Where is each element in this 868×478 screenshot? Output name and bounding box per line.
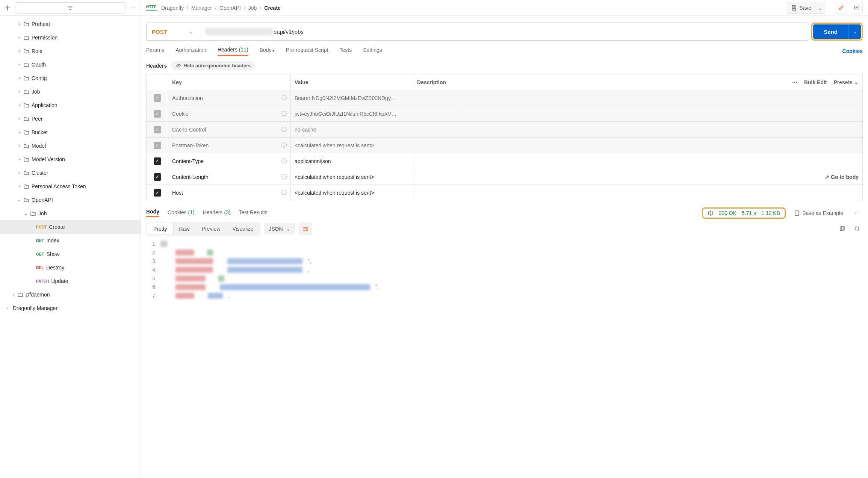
info-icon[interactable]: ⓘ xyxy=(281,174,287,180)
tree-request[interactable]: DELDestroy xyxy=(0,261,141,274)
wrap-lines-button[interactable] xyxy=(299,222,312,235)
comment-button[interactable] xyxy=(851,2,863,14)
save-icon xyxy=(791,5,797,11)
header-row[interactable]: ✓ Content-Lengthⓘ <calculated when reque… xyxy=(147,169,862,185)
chip-visualize[interactable]: Visualize xyxy=(226,223,259,234)
save-button[interactable]: Save xyxy=(787,2,815,14)
tab-body[interactable]: Body● xyxy=(260,47,275,55)
tab-headers[interactable]: Headers (11) xyxy=(218,47,248,56)
resp-tab-cookies[interactable]: Cookies (1) xyxy=(168,209,195,217)
tab-tests[interactable]: Tests xyxy=(339,47,352,55)
edit-button[interactable] xyxy=(835,2,847,14)
header-row[interactable]: ✓ Hostⓘ <calculated when request is sent… xyxy=(147,185,862,201)
presets-button[interactable]: Presets ⌄ xyxy=(834,79,859,85)
breadcrumb-item[interactable]: Job xyxy=(248,5,257,11)
tree-folder[interactable]: ›Permission xyxy=(0,31,141,44)
main-panel: HTTP Dragonfly/ Manager/ OpenAPI/ Job/ C… xyxy=(141,0,868,478)
resp-tab-test-results[interactable]: Test Results xyxy=(239,209,268,217)
method-select[interactable]: POST ⌄ xyxy=(147,23,199,40)
url-suffix: oapi/v1/jobs xyxy=(274,29,304,35)
response-more-button[interactable]: ⋯ xyxy=(851,207,863,219)
info-icon[interactable]: ⓘ xyxy=(281,126,287,133)
header-row[interactable]: ✓ Cache-Controlⓘ no-cache xyxy=(147,122,862,138)
tree-folder[interactable]: ›Peer xyxy=(0,112,141,126)
info-icon[interactable]: ⓘ xyxy=(281,189,287,196)
tree-label: Dfdaemon xyxy=(26,292,50,298)
svg-rect-0 xyxy=(854,6,859,9)
redacted-url-prefix xyxy=(205,28,273,35)
tree-folder[interactable]: ›Dfdaemon xyxy=(0,288,141,301)
response-body[interactable]: 1 2 3", 4, 5 6", 7, xyxy=(141,237,868,305)
tree-label: Personal Access Token xyxy=(32,183,86,189)
info-icon[interactable]: ⓘ xyxy=(281,95,287,101)
tree-folder-openapi[interactable]: ⌄OpenAPI xyxy=(0,193,141,207)
tree-folder[interactable]: ›Cluster xyxy=(0,166,141,180)
headers-bar: Headers Hide auto-generated headers xyxy=(141,59,868,74)
header-row[interactable]: ✓ Postman-Tokenⓘ <calculated when reques… xyxy=(147,138,862,153)
tab-settings[interactable]: Settings xyxy=(363,47,382,55)
tree-folder[interactable]: ›Oauth xyxy=(0,58,141,71)
breadcrumb-item[interactable]: Dragonfly xyxy=(161,5,184,11)
top-actions: Save ⌄ xyxy=(787,2,863,14)
tree-request[interactable]: GETIndex xyxy=(0,234,141,247)
tree-folder[interactable]: ›Bucket xyxy=(0,126,141,139)
chip-preview[interactable]: Preview xyxy=(196,223,227,234)
tree-folder[interactable]: ›Application xyxy=(0,98,141,112)
tree-request[interactable]: GETShow xyxy=(0,247,141,261)
goto-body-link[interactable]: ↗ Go to body xyxy=(825,174,859,180)
tree-folder-job[interactable]: ⌄Job xyxy=(0,207,141,220)
breadcrumb-item[interactable]: Manager xyxy=(191,5,212,11)
send-button[interactable]: Send xyxy=(813,24,848,39)
info-icon[interactable]: ⓘ xyxy=(281,158,287,165)
sidebar-more-button[interactable]: ⋯ xyxy=(128,3,138,13)
format-select[interactable]: JSON ⌄ xyxy=(264,223,295,234)
checkbox-icon[interactable]: ✓ xyxy=(154,94,161,102)
tree-collection[interactable]: ›Dragonfly Manager xyxy=(0,301,141,315)
tab-authorization[interactable]: Authorization xyxy=(175,47,206,55)
header-row[interactable]: ✓ Authorizationⓘ Bearer NDg0N2I2MGMtMzEw… xyxy=(147,90,862,106)
tree-folder[interactable]: ›Model xyxy=(0,139,141,153)
tree-folder[interactable]: ›Model Version xyxy=(0,153,141,166)
checkbox-icon[interactable]: ✓ xyxy=(154,157,161,165)
chip-raw[interactable]: Raw xyxy=(173,223,196,234)
header-row[interactable]: ✓ Content-Typeⓘ application/json xyxy=(147,153,862,169)
bulk-edit-button[interactable]: Bulk Edit xyxy=(804,79,827,85)
checkbox-icon[interactable]: ✓ xyxy=(154,126,161,133)
tree-folder[interactable]: ›Role xyxy=(0,44,141,58)
info-icon[interactable]: ⓘ xyxy=(281,110,287,117)
breadcrumb-current: Create xyxy=(264,5,281,11)
filter-input[interactable] xyxy=(15,2,126,14)
breadcrumb-item[interactable]: OpenAPI xyxy=(219,5,241,11)
tab-params[interactable]: Params xyxy=(146,47,164,55)
save-dropdown[interactable]: ⌄ xyxy=(815,2,825,14)
header-row[interactable]: ✓ Cookieⓘ jwt=eyJhbGciOiJIUzI1NiIsInR5cC… xyxy=(147,106,862,122)
tree-folder[interactable]: ›Personal Access Token xyxy=(0,180,141,193)
tree-label: Application xyxy=(32,102,57,108)
url-input[interactable]: oapi/v1/jobs xyxy=(199,23,808,40)
new-button[interactable] xyxy=(2,3,13,13)
tree-folder[interactable]: ›Config xyxy=(0,71,141,85)
tree-request[interactable]: PATCHUpdate xyxy=(0,274,141,288)
tree-folder[interactable]: ›Preheat xyxy=(0,17,141,31)
more-icon[interactable]: ⋯ xyxy=(792,79,797,85)
chip-pretty[interactable]: Pretty xyxy=(147,223,173,234)
save-as-example-button[interactable]: Save as Example xyxy=(794,210,843,216)
hide-autogenerated-button[interactable]: Hide auto-generated headers xyxy=(171,61,255,70)
resp-tab-headers[interactable]: Headers (3) xyxy=(203,209,231,217)
http-tag: HTTP xyxy=(146,5,157,11)
checkbox-icon[interactable]: ✓ xyxy=(154,189,161,197)
checkbox-icon[interactable]: ✓ xyxy=(154,110,161,118)
send-dropdown[interactable]: ⌄ xyxy=(848,24,861,39)
copy-button[interactable] xyxy=(836,223,848,234)
tree-folder[interactable]: ›Job xyxy=(0,85,141,98)
tree-request-create[interactable]: POSTCreate xyxy=(0,220,141,234)
checkbox-icon[interactable]: ✓ xyxy=(154,142,161,149)
cookies-link[interactable]: Cookies xyxy=(842,48,863,54)
tab-prerequest[interactable]: Pre-request Script xyxy=(286,47,328,55)
checkbox-icon[interactable]: ✓ xyxy=(154,173,161,181)
info-icon[interactable]: ⓘ xyxy=(281,142,287,149)
response-size: 1.12 KB xyxy=(761,210,780,216)
resp-tab-body[interactable]: Body xyxy=(146,209,159,217)
status-code: 200 OK xyxy=(719,210,736,216)
search-button[interactable] xyxy=(851,223,863,234)
